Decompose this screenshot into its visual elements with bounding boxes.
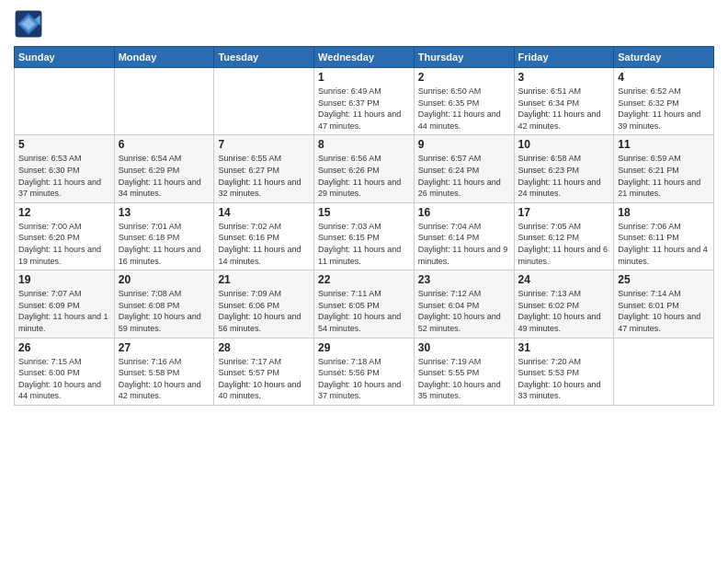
day-number: 19 [18,273,110,286]
logo-icon [14,9,43,39]
day-info: Sunrise: 7:00 AM Sunset: 6:20 PM Dayligh… [18,221,110,267]
day-info: Sunrise: 7:18 AM Sunset: 5:56 PM Dayligh… [318,356,410,402]
day-number: 11 [618,138,710,151]
page-header [14,9,714,39]
day-number: 16 [418,206,510,219]
day-info: Sunrise: 6:52 AM Sunset: 6:32 PM Dayligh… [618,86,710,132]
calendar-cell [614,338,714,405]
day-number: 25 [618,273,710,286]
day-number: 4 [618,71,710,84]
day-info: Sunrise: 7:12 AM Sunset: 6:04 PM Dayligh… [418,288,510,334]
day-info: Sunrise: 7:08 AM Sunset: 6:08 PM Dayligh… [119,288,210,334]
calendar-cell: 12Sunrise: 7:00 AM Sunset: 6:20 PM Dayli… [15,202,115,270]
calendar-table: SundayMondayTuesdayWednesdayThursdayFrid… [14,46,714,406]
weekday-header: Saturday [614,47,714,68]
day-number: 7 [218,138,310,151]
day-number: 15 [318,206,410,219]
calendar-cell: 13Sunrise: 7:01 AM Sunset: 6:18 PM Dayli… [114,202,214,270]
day-info: Sunrise: 7:07 AM Sunset: 6:09 PM Dayligh… [18,288,110,334]
calendar-cell: 17Sunrise: 7:05 AM Sunset: 6:12 PM Dayli… [514,202,614,270]
calendar-cell: 10Sunrise: 6:58 AM Sunset: 6:23 PM Dayli… [514,135,614,202]
day-info: Sunrise: 6:51 AM Sunset: 6:34 PM Dayligh… [518,86,610,132]
day-number: 12 [18,206,110,219]
weekday-header: Tuesday [214,47,314,68]
day-info: Sunrise: 7:05 AM Sunset: 6:12 PM Dayligh… [518,221,610,267]
calendar-cell: 29Sunrise: 7:18 AM Sunset: 5:56 PM Dayli… [314,338,415,405]
day-number: 21 [218,273,310,286]
calendar-cell: 5Sunrise: 6:53 AM Sunset: 6:30 PM Daylig… [15,135,115,202]
day-number: 3 [518,71,610,84]
day-number: 6 [119,138,210,151]
calendar-cell: 24Sunrise: 7:13 AM Sunset: 6:02 PM Dayli… [514,270,614,338]
calendar-cell: 1Sunrise: 6:49 AM Sunset: 6:37 PM Daylig… [314,68,415,135]
calendar-cell: 14Sunrise: 7:02 AM Sunset: 6:16 PM Dayli… [214,202,314,270]
calendar-cell: 20Sunrise: 7:08 AM Sunset: 6:08 PM Dayli… [114,270,214,338]
calendar-cell: 30Sunrise: 7:19 AM Sunset: 5:55 PM Dayli… [414,338,514,405]
calendar-cell: 15Sunrise: 7:03 AM Sunset: 6:15 PM Dayli… [314,202,415,270]
day-info: Sunrise: 6:54 AM Sunset: 6:29 PM Dayligh… [119,153,210,199]
calendar-cell: 21Sunrise: 7:09 AM Sunset: 6:06 PM Dayli… [214,270,314,338]
day-info: Sunrise: 6:55 AM Sunset: 6:27 PM Dayligh… [218,153,310,199]
calendar-cell [214,68,314,135]
day-info: Sunrise: 6:57 AM Sunset: 6:24 PM Dayligh… [418,153,510,199]
calendar-cell: 4Sunrise: 6:52 AM Sunset: 6:32 PM Daylig… [614,68,714,135]
calendar-cell [114,68,214,135]
day-number: 2 [418,71,510,84]
calendar-cell: 8Sunrise: 6:56 AM Sunset: 6:26 PM Daylig… [314,135,415,202]
calendar-cell: 6Sunrise: 6:54 AM Sunset: 6:29 PM Daylig… [114,135,214,202]
calendar-cell: 2Sunrise: 6:50 AM Sunset: 6:35 PM Daylig… [414,68,514,135]
day-info: Sunrise: 7:20 AM Sunset: 5:53 PM Dayligh… [518,356,610,402]
weekday-header: Sunday [15,47,115,68]
day-number: 18 [618,206,710,219]
day-info: Sunrise: 6:56 AM Sunset: 6:26 PM Dayligh… [318,153,410,199]
day-info: Sunrise: 6:53 AM Sunset: 6:30 PM Dayligh… [18,153,110,199]
calendar-week-row: 1Sunrise: 6:49 AM Sunset: 6:37 PM Daylig… [15,68,714,135]
calendar-cell [15,68,115,135]
day-number: 8 [318,138,410,151]
calendar-week-row: 26Sunrise: 7:15 AM Sunset: 6:00 PM Dayli… [15,338,714,405]
day-info: Sunrise: 7:02 AM Sunset: 6:16 PM Dayligh… [218,221,310,267]
calendar-cell: 31Sunrise: 7:20 AM Sunset: 5:53 PM Dayli… [514,338,614,405]
calendar-cell: 7Sunrise: 6:55 AM Sunset: 6:27 PM Daylig… [214,135,314,202]
day-info: Sunrise: 6:59 AM Sunset: 6:21 PM Dayligh… [618,153,710,199]
day-info: Sunrise: 6:49 AM Sunset: 6:37 PM Dayligh… [318,86,410,132]
day-info: Sunrise: 7:03 AM Sunset: 6:15 PM Dayligh… [318,221,410,267]
calendar-cell: 26Sunrise: 7:15 AM Sunset: 6:00 PM Dayli… [15,338,115,405]
day-number: 23 [418,273,510,286]
day-number: 27 [119,341,210,354]
calendar-cell: 3Sunrise: 6:51 AM Sunset: 6:34 PM Daylig… [514,68,614,135]
day-number: 9 [418,138,510,151]
day-number: 20 [119,273,210,286]
day-info: Sunrise: 7:06 AM Sunset: 6:11 PM Dayligh… [618,221,710,267]
day-info: Sunrise: 7:16 AM Sunset: 5:58 PM Dayligh… [119,356,210,402]
calendar-cell: 28Sunrise: 7:17 AM Sunset: 5:57 PM Dayli… [214,338,314,405]
day-number: 17 [518,206,610,219]
day-number: 13 [119,206,210,219]
logo [14,9,47,39]
calendar-week-row: 19Sunrise: 7:07 AM Sunset: 6:09 PM Dayli… [15,270,714,338]
day-info: Sunrise: 7:01 AM Sunset: 6:18 PM Dayligh… [119,221,210,267]
day-info: Sunrise: 7:15 AM Sunset: 6:00 PM Dayligh… [18,356,110,402]
calendar-cell: 11Sunrise: 6:59 AM Sunset: 6:21 PM Dayli… [614,135,714,202]
calendar-cell: 25Sunrise: 7:14 AM Sunset: 6:01 PM Dayli… [614,270,714,338]
day-number: 22 [318,273,410,286]
day-info: Sunrise: 7:19 AM Sunset: 5:55 PM Dayligh… [418,356,510,402]
calendar-cell: 16Sunrise: 7:04 AM Sunset: 6:14 PM Dayli… [414,202,514,270]
calendar-cell: 9Sunrise: 6:57 AM Sunset: 6:24 PM Daylig… [414,135,514,202]
weekday-header-row: SundayMondayTuesdayWednesdayThursdayFrid… [15,47,714,68]
day-number: 28 [218,341,310,354]
day-number: 5 [18,138,110,151]
day-info: Sunrise: 7:04 AM Sunset: 6:14 PM Dayligh… [418,221,510,267]
weekday-header: Friday [514,47,614,68]
calendar-week-row: 12Sunrise: 7:00 AM Sunset: 6:20 PM Dayli… [15,202,714,270]
calendar-cell: 27Sunrise: 7:16 AM Sunset: 5:58 PM Dayli… [114,338,214,405]
day-info: Sunrise: 6:58 AM Sunset: 6:23 PM Dayligh… [518,153,610,199]
calendar-week-row: 5Sunrise: 6:53 AM Sunset: 6:30 PM Daylig… [15,135,714,202]
day-number: 30 [418,341,510,354]
day-info: Sunrise: 7:11 AM Sunset: 6:05 PM Dayligh… [318,288,410,334]
day-info: Sunrise: 6:50 AM Sunset: 6:35 PM Dayligh… [418,86,510,132]
weekday-header: Monday [114,47,214,68]
calendar-cell: 23Sunrise: 7:12 AM Sunset: 6:04 PM Dayli… [414,270,514,338]
day-number: 26 [18,341,110,354]
day-number: 10 [518,138,610,151]
